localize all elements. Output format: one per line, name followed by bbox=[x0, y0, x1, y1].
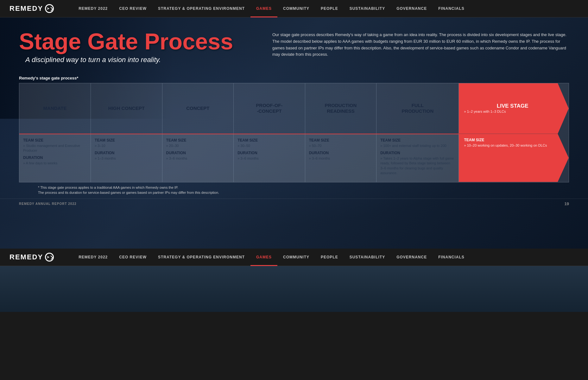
bottom-nav-sustainability[interactable]: SUSTAINABILITY bbox=[344, 249, 391, 266]
highconcept-teamsize-label: TEAM SIZE bbox=[95, 138, 158, 142]
stage-mandate-detail: TEAM SIZE Studio management and Executiv… bbox=[19, 134, 91, 182]
live-duration-value: 1–2 years with 1–3 DLCs bbox=[464, 109, 561, 114]
hero-description: Our stage gate process describes Remedy'… bbox=[272, 32, 569, 58]
concept-duration-value: 3–6 months bbox=[166, 156, 230, 161]
nav-sustainability[interactable]: SUSTAINABILITY bbox=[344, 0, 391, 17]
live-teamsize-value: 10–20 working on updates, 20–30 working … bbox=[464, 143, 561, 148]
stage-prodready-detail: TEAM SIZE 50–70 DURATION 3–6 months bbox=[305, 134, 376, 182]
footnote-line2: The process and its duration for service… bbox=[38, 191, 219, 194]
stage-live-detail: TEAM SIZE 10–20 working on updates, 20–3… bbox=[459, 134, 569, 182]
stage-concept-detail: TEAM SIZE 20–30 DURATION 3–6 months bbox=[162, 134, 234, 182]
stage-live-header: LIVE STAGE 1–2 years with 1–3 DLCs bbox=[459, 83, 569, 134]
page-content: Stage Gate Process A disciplined way to … bbox=[0, 17, 588, 71]
poc-duration-label: DURATION bbox=[237, 151, 301, 155]
stage-detail-row: TEAM SIZE Studio management and Executiv… bbox=[19, 134, 569, 182]
hero-right: Our stage gate process describes Remedy'… bbox=[272, 30, 569, 58]
stage-poc-header: PROOF-OF--CONCEPT bbox=[234, 83, 305, 134]
highconcept-teamsize-value: 3–10 bbox=[95, 143, 158, 148]
hero-section: Stage Gate Process A disciplined way to … bbox=[19, 30, 569, 71]
nav-governance[interactable]: GOVERNANCE bbox=[391, 0, 433, 17]
stage-mandate-header: MANDATE bbox=[19, 83, 91, 134]
stage-concept-header: CONCEPT bbox=[162, 83, 234, 134]
mandate-teamsize-value: Studio management and Executive Producer bbox=[23, 143, 87, 153]
logo-icon bbox=[45, 4, 54, 13]
stage-name-live: LIVE STAGE bbox=[464, 103, 561, 109]
nav-menu: REMEDY 2022 CEO REVIEW STRATEGY & OPERAT… bbox=[73, 0, 470, 17]
bottom-nav-strategy[interactable]: STRATEGY & OPERATING ENVIRONMENT bbox=[152, 249, 250, 266]
page-title: Stage Gate Process bbox=[19, 30, 260, 53]
fullprod-duration-label: DURATION bbox=[380, 151, 455, 155]
nav-games[interactable]: GAMES bbox=[250, 0, 277, 17]
nav-financials[interactable]: FINANCIALS bbox=[433, 0, 470, 17]
bottom-nav-community[interactable]: COMMUNITY bbox=[277, 249, 315, 266]
nav-strategy[interactable]: STRATEGY & OPERATING ENVIRONMENT bbox=[152, 0, 250, 17]
hero-left: Stage Gate Process A disciplined way to … bbox=[19, 30, 260, 71]
highconcept-duration-value: 1–3 months bbox=[95, 156, 158, 161]
stage-gate-section: Remedy's stage gate process* MANDA bbox=[0, 76, 588, 199]
stage-fullprod-detail: TEAM SIZE 100+ and external staff totali… bbox=[376, 134, 459, 182]
poc-teamsize-value: 30–50 bbox=[237, 143, 301, 148]
top-navbar: REMEDY REMEDY 2022 CEO REVIEW STRATEGY &… bbox=[0, 0, 588, 17]
mandate-duration-value: A few days to weeks bbox=[23, 161, 87, 166]
nav-people[interactable]: PEOPLE bbox=[315, 0, 344, 17]
fullprod-teamsize-value: 100+ and external staff totaling up to 2… bbox=[380, 143, 455, 148]
bottom-navbar: REMEDY REMEDY 2022 CEO REVIEW STRATEGY &… bbox=[0, 249, 588, 266]
stage-poc-detail: TEAM SIZE 30–50 DURATION 3–6 months bbox=[234, 134, 305, 182]
stage-prodready-header: PRODUCTIONREADINESS bbox=[305, 83, 376, 134]
fullprod-duration-value: Takes 1–2 years to Alpha stage with full… bbox=[380, 156, 455, 176]
concept-duration-label: DURATION bbox=[166, 151, 230, 155]
live-teamsize-label: TEAM SIZE bbox=[464, 138, 561, 142]
bottom-nav-financials[interactable]: FINANCIALS bbox=[433, 249, 470, 266]
stage-fullprod-header: FULLPRODUCTION bbox=[376, 83, 459, 134]
concept-teamsize-label: TEAM SIZE bbox=[166, 138, 230, 142]
stage-highconcept-header: HIGH CONCEPT bbox=[91, 83, 162, 134]
footnote: * This stage gate process applies to a t… bbox=[19, 185, 569, 195]
prodready-duration-label: DURATION bbox=[309, 151, 373, 155]
second-page: REMEDY REMEDY 2022 CEO REVIEW STRATEGY &… bbox=[0, 249, 588, 312]
process-table: MANDATE HIGH CONCEPT CONCEPT PROOF-OF--C… bbox=[19, 83, 569, 182]
mandate-teamsize-label: TEAM SIZE bbox=[23, 138, 87, 142]
bottom-logo[interactable]: REMEDY bbox=[9, 253, 54, 262]
poc-duration-value: 3–6 months bbox=[237, 156, 301, 161]
main-page: Stage Gate Process A disciplined way to … bbox=[0, 17, 588, 249]
bottom-nav-ceo[interactable]: CEO REVIEW bbox=[113, 249, 152, 266]
prodready-teamsize-value: 50–70 bbox=[309, 143, 373, 148]
page-number: 19 bbox=[565, 201, 569, 206]
nav-remedy2022[interactable]: REMEDY 2022 bbox=[73, 0, 113, 17]
bottom-logo-icon bbox=[45, 253, 54, 262]
stage-name-prodready: PRODUCTIONREADINESS bbox=[309, 103, 373, 114]
title-section: Stage Gate Process A disciplined way to … bbox=[19, 30, 260, 65]
nav-ceo[interactable]: CEO REVIEW bbox=[113, 0, 152, 17]
nav-community[interactable]: COMMUNITY bbox=[277, 0, 315, 17]
bottom-logo-text: REMEDY bbox=[9, 253, 43, 261]
stage-name-fullprod: FULLPRODUCTION bbox=[380, 103, 455, 114]
prodready-duration-value: 3–6 months bbox=[309, 156, 373, 161]
bottom-nav-games[interactable]: GAMES bbox=[250, 249, 277, 266]
highconcept-duration-label: DURATION bbox=[95, 151, 158, 155]
bottom-nav-people[interactable]: PEOPLE bbox=[315, 249, 344, 266]
table-label: Remedy's stage gate process* bbox=[19, 76, 569, 80]
stage-name-mandate: MANDATE bbox=[23, 105, 87, 111]
prodready-teamsize-label: TEAM SIZE bbox=[309, 138, 373, 142]
logo[interactable]: REMEDY bbox=[9, 4, 54, 13]
concept-teamsize-value: 20–30 bbox=[166, 143, 230, 148]
bottom-nav-menu: REMEDY 2022 CEO REVIEW STRATEGY & OPERAT… bbox=[73, 249, 470, 266]
logo-text: REMEDY bbox=[9, 4, 43, 13]
fullprod-teamsize-label: TEAM SIZE bbox=[380, 138, 455, 142]
footnote-line1: * This stage gate process applies to a t… bbox=[38, 186, 178, 189]
mandate-duration-label: DURATION bbox=[23, 155, 87, 160]
stage-name-highconcept: HIGH CONCEPT bbox=[95, 105, 158, 111]
bottom-nav-remedy2022[interactable]: REMEDY 2022 bbox=[73, 249, 113, 266]
poc-teamsize-label: TEAM SIZE bbox=[237, 138, 301, 142]
bottom-nav-governance[interactable]: GOVERNANCE bbox=[391, 249, 433, 266]
stage-header-row: MANDATE HIGH CONCEPT CONCEPT PROOF-OF--C… bbox=[19, 83, 569, 134]
stage-name-poc: PROOF-OF--CONCEPT bbox=[237, 103, 301, 114]
page-footer: REMEDY ANNUAL REPORT 2022 19 bbox=[0, 199, 588, 209]
stage-highconcept-detail: TEAM SIZE 3–10 DURATION 1–3 months bbox=[91, 134, 162, 182]
process-table-wrapper: MANDATE HIGH CONCEPT CONCEPT PROOF-OF--C… bbox=[19, 83, 569, 182]
page-subtitle: A disciplined way to turn a vision into … bbox=[25, 55, 260, 65]
footer-report-label: REMEDY ANNUAL REPORT 2022 bbox=[19, 202, 77, 206]
stage-name-concept: CONCEPT bbox=[166, 105, 230, 111]
